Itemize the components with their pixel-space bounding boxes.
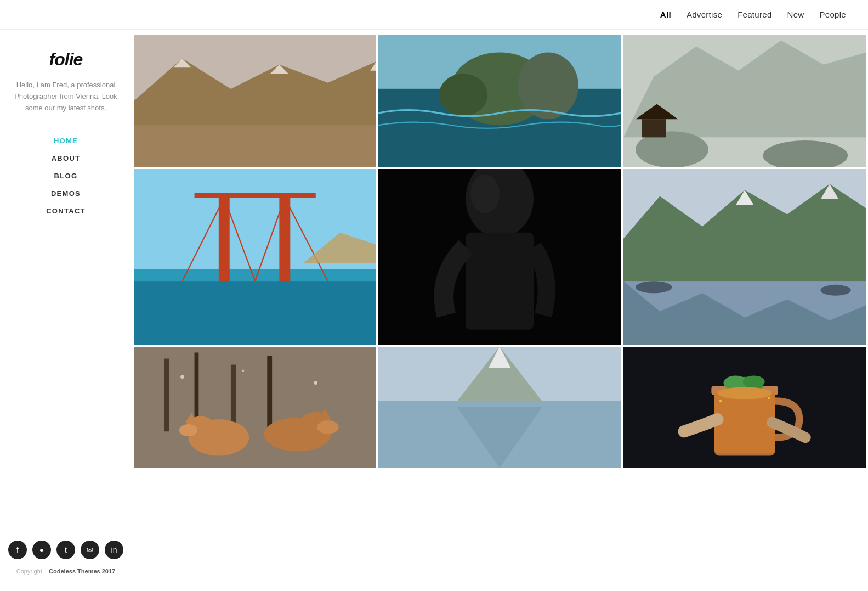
svg-point-56 [242,369,244,372]
nav-featured[interactable]: Featured [737,10,771,19]
photo-item-9[interactable] [623,347,866,468]
svg-rect-17 [642,119,666,137]
layout: folie Hello, I am Fred, a professional P… [0,0,868,470]
svg-rect-23 [195,193,316,198]
sidebar-link-home[interactable]: HOME [54,137,78,145]
nav-people[interactable]: People [819,10,846,19]
photo-grid [132,33,868,470]
svg-point-40 [636,281,672,293]
top-navigation: All Advertise Featured New People [0,0,868,30]
svg-rect-46 [267,356,272,431]
svg-rect-66 [714,392,775,453]
svg-rect-42 [134,347,376,468]
sidebar-item-about[interactable]: ABOUT [11,153,121,163]
sidebar: folie Hello, I am Fred, a professional P… [0,33,132,470]
svg-point-49 [179,424,197,436]
photo-item-7[interactable] [134,347,376,468]
nav-advertise[interactable]: Advertise [687,10,722,19]
nav-all[interactable]: All [660,10,671,19]
sidebar-link-blog[interactable]: BLOG [54,172,78,180]
tagline: Hello, I am Fred, a professional Photogr… [11,80,121,114]
sidebar-item-blog[interactable]: BLOG [11,171,121,181]
svg-rect-32 [466,233,534,330]
svg-point-33 [470,175,500,213]
svg-point-69 [743,375,765,387]
sidebar-item-demos[interactable]: DEMOS [11,188,121,198]
svg-rect-16 [623,35,866,167]
photo-item-1[interactable] [134,35,376,167]
sidebar-navigation: HOME ABOUT BLOG DEMOS CONTACT [11,136,121,223]
site-logo: folie [49,49,83,70]
photo-item-2[interactable] [378,35,621,167]
photo-item-3[interactable] [623,35,866,167]
photo-item-8[interactable] [378,347,621,468]
svg-point-10 [518,53,579,120]
svg-point-41 [820,285,850,296]
nav-new[interactable]: New [787,10,804,19]
svg-point-57 [314,381,317,385]
svg-point-70 [717,387,772,399]
svg-point-71 [719,400,721,402]
svg-rect-43 [164,359,169,432]
svg-point-53 [317,420,339,434]
sidebar-link-contact[interactable]: CONTACT [46,207,86,215]
photo-item-5[interactable] [378,169,621,345]
svg-rect-29 [134,281,376,345]
sidebar-link-demos[interactable]: DEMOS [51,189,81,198]
svg-point-11 [439,74,487,116]
sidebar-link-about[interactable]: ABOUT [52,154,81,162]
photo-item-4[interactable] [134,169,376,345]
main-content [132,33,868,470]
photo-item-6[interactable] [623,169,866,345]
svg-rect-6 [134,35,376,167]
svg-point-72 [768,397,770,399]
sidebar-item-contact[interactable]: CONTACT [11,206,121,216]
sidebar-item-home[interactable]: HOME [11,136,121,145]
svg-point-55 [180,375,184,379]
